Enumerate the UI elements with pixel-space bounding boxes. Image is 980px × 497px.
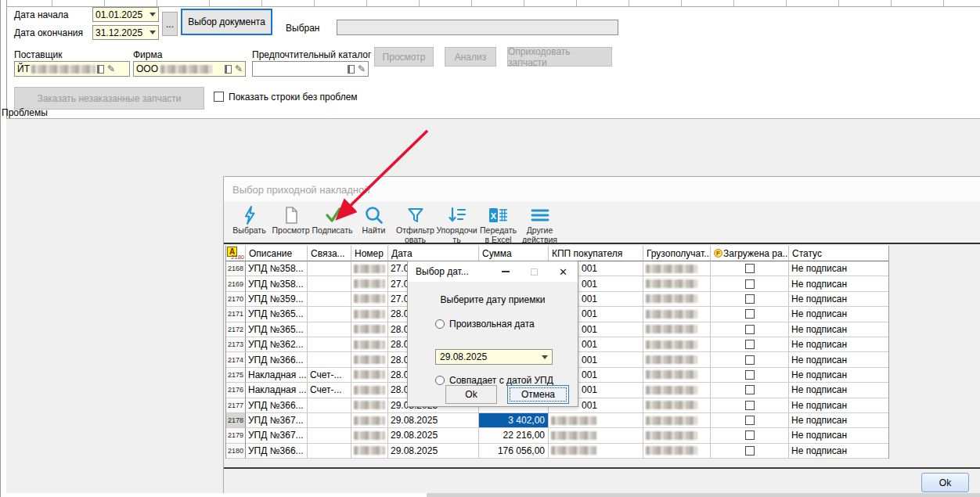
lookup-icon[interactable] bbox=[348, 65, 355, 74]
loaded-checkbox-cell[interactable] bbox=[711, 383, 789, 398]
row-number-cell[interactable]: 2173 bbox=[226, 337, 246, 352]
loaded-checkbox[interactable] bbox=[745, 416, 755, 425]
number-cell[interactable] bbox=[351, 322, 388, 337]
col-header-number[interactable]: Номер bbox=[351, 246, 388, 261]
capitalize-parts-button[interactable]: Оприходовать запчасти bbox=[507, 47, 612, 67]
status-cell[interactable]: Не подписан bbox=[789, 322, 888, 337]
consignee-cell[interactable] bbox=[643, 337, 711, 352]
loaded-checkbox[interactable] bbox=[745, 294, 755, 304]
acceptance-date-combo[interactable]: 29.08.2025 bbox=[435, 349, 553, 365]
consignee-cell[interactable] bbox=[643, 276, 711, 291]
row-number-cell[interactable]: 2170 bbox=[226, 292, 246, 307]
status-cell[interactable]: Не подписан bbox=[789, 352, 888, 367]
status-cell[interactable]: Не подписан bbox=[789, 368, 888, 383]
number-cell[interactable] bbox=[351, 276, 388, 291]
order-parts-button[interactable]: Заказать незаказанные запчасти bbox=[14, 87, 204, 110]
consignee-cell[interactable] bbox=[643, 413, 711, 428]
number-cell[interactable] bbox=[351, 337, 388, 352]
related-cell[interactable] bbox=[308, 337, 351, 352]
loaded-checkbox-cell[interactable] bbox=[711, 307, 789, 322]
status-cell[interactable]: Не подписан bbox=[789, 307, 888, 322]
loaded-checkbox[interactable] bbox=[745, 401, 755, 410]
loaded-checkbox[interactable] bbox=[745, 385, 755, 394]
status-cell[interactable]: Не подписан bbox=[789, 276, 888, 291]
toolbar-button-menu[interactable]: Другие действия bbox=[519, 204, 560, 244]
date-modal-titlebar[interactable]: Выбор дат... bbox=[408, 261, 578, 282]
consignee-cell[interactable] bbox=[643, 352, 711, 367]
related-cell[interactable] bbox=[308, 398, 351, 413]
chosen-document-field[interactable] bbox=[337, 20, 618, 35]
loaded-checkbox-cell[interactable] bbox=[711, 337, 789, 352]
consignee-cell[interactable] bbox=[643, 383, 711, 398]
number-cell[interactable] bbox=[351, 398, 388, 413]
consignee-cell[interactable] bbox=[643, 444, 711, 459]
table-row[interactable]: 2180УПД №366...29.08.2025176 056,00Не по… bbox=[226, 444, 888, 459]
number-cell[interactable] bbox=[351, 444, 388, 459]
consignee-cell[interactable] bbox=[643, 292, 711, 307]
match-upd-radio-row[interactable]: Совпадает с датой УПД bbox=[435, 375, 553, 386]
toolbar-button-lightning[interactable]: Выбрать bbox=[229, 204, 270, 235]
loaded-checkbox-cell[interactable] bbox=[711, 444, 789, 459]
col-header-status[interactable]: Статус bbox=[789, 246, 888, 261]
loaded-checkbox-cell[interactable] bbox=[711, 368, 789, 383]
consignee-cell[interactable] bbox=[643, 428, 711, 443]
firm-field[interactable]: ООО bbox=[133, 61, 246, 77]
sum-cell[interactable]: 3 402,00 bbox=[479, 413, 549, 428]
status-cell[interactable]: Не подписан bbox=[789, 413, 888, 428]
chevron-down-icon[interactable] bbox=[150, 13, 156, 16]
row-number-cell[interactable]: 2171 bbox=[226, 307, 246, 322]
description-cell[interactable]: УПД №366... bbox=[246, 352, 308, 367]
number-cell[interactable] bbox=[351, 383, 388, 398]
toolbar-button-sort[interactable]: Упорядочить bbox=[436, 204, 477, 244]
loaded-checkbox[interactable] bbox=[745, 279, 755, 289]
description-cell[interactable]: УПД №358... bbox=[246, 261, 308, 276]
lookup-icon[interactable] bbox=[225, 65, 232, 74]
row-number-cell[interactable]: 2169 bbox=[226, 276, 246, 291]
loaded-checkbox[interactable] bbox=[745, 370, 755, 380]
loaded-checkbox-cell[interactable] bbox=[711, 428, 789, 443]
row-number-cell[interactable]: 2175 bbox=[226, 368, 246, 383]
supplier-field[interactable]: ЙТ bbox=[14, 61, 130, 77]
related-cell[interactable] bbox=[308, 413, 351, 428]
toolbar-button-check[interactable]: Подписать bbox=[312, 204, 353, 235]
related-cell[interactable] bbox=[308, 261, 351, 276]
related-cell[interactable] bbox=[308, 276, 351, 291]
description-cell[interactable]: УПД №358... bbox=[246, 276, 308, 291]
catalog-field[interactable] bbox=[252, 61, 369, 77]
number-cell[interactable] bbox=[351, 292, 388, 307]
description-cell[interactable]: УПД №366... bbox=[246, 398, 308, 413]
radio-icon[interactable] bbox=[435, 376, 445, 385]
table-row[interactable]: 2179УПД №367...29.08.202522 216,00Не под… bbox=[226, 428, 888, 443]
description-cell[interactable]: Накладная ... bbox=[246, 383, 308, 398]
loaded-checkbox[interactable] bbox=[745, 340, 755, 349]
loaded-checkbox-cell[interactable] bbox=[711, 276, 789, 291]
close-icon[interactable] bbox=[559, 267, 567, 277]
related-cell[interactable]: Счет-... bbox=[308, 368, 351, 383]
grid-corner-cell[interactable]: A 2180 bbox=[226, 246, 246, 261]
related-cell[interactable]: Счет-... bbox=[308, 383, 351, 398]
consignee-cell[interactable] bbox=[643, 307, 711, 322]
number-cell[interactable] bbox=[351, 261, 388, 276]
consignee-cell[interactable] bbox=[643, 322, 711, 337]
loaded-checkbox-cell[interactable] bbox=[711, 322, 789, 337]
edit-pencil-icon[interactable] bbox=[235, 65, 243, 74]
minimize-icon[interactable] bbox=[502, 271, 510, 272]
description-cell[interactable]: УПД №362... bbox=[246, 337, 308, 352]
kpp-cell[interactable] bbox=[549, 428, 643, 443]
date-cell[interactable]: 29.08.2025 bbox=[388, 428, 479, 443]
col-header-consignee[interactable]: Грузополучат... bbox=[643, 246, 711, 261]
row-number-cell[interactable]: 2178 bbox=[226, 413, 246, 428]
row-number-cell[interactable]: 2176 bbox=[226, 383, 246, 398]
loaded-checkbox[interactable] bbox=[745, 264, 755, 273]
number-cell[interactable] bbox=[351, 352, 388, 367]
description-cell[interactable]: УПД №366... bbox=[246, 444, 308, 459]
col-header-date[interactable]: Дата bbox=[388, 246, 479, 261]
loaded-checkbox[interactable] bbox=[745, 309, 755, 319]
toolbar-button-document[interactable]: Просмотр bbox=[270, 204, 312, 235]
consignee-cell[interactable] bbox=[643, 398, 711, 413]
col-header-related[interactable]: Связа... bbox=[308, 246, 351, 261]
row-number-cell[interactable]: 2168 bbox=[226, 261, 246, 276]
number-cell[interactable] bbox=[351, 307, 388, 322]
lookup-icon[interactable] bbox=[97, 65, 104, 74]
related-cell[interactable] bbox=[308, 292, 351, 307]
